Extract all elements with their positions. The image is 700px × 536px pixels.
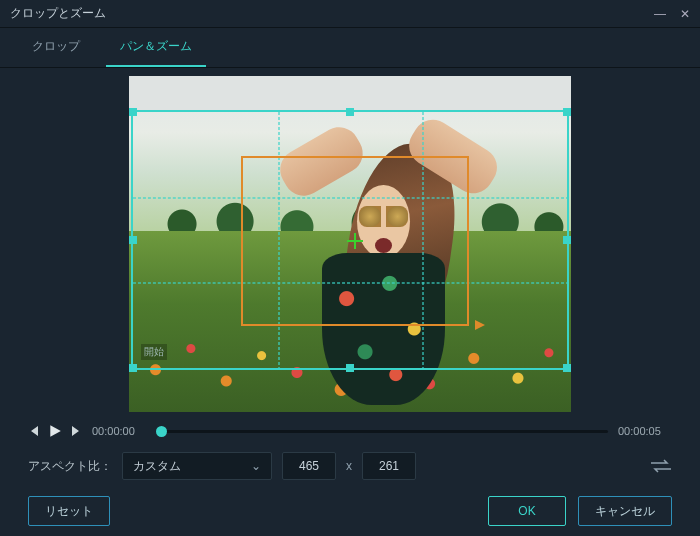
aspect-label: アスペクト比： [28,458,112,475]
preview-canvas[interactable]: 開始 [129,76,571,412]
ok-button[interactable]: OK [488,496,566,526]
time-duration: 00:00:05 [618,425,672,437]
close-button[interactable]: ✕ [680,7,690,21]
chevron-down-icon: ⌄ [251,459,261,473]
swap-start-end-button[interactable] [650,459,672,473]
next-frame-button[interactable] [70,425,82,437]
center-cross-icon [347,233,363,249]
aspect-select[interactable]: カスタム ⌄ [122,452,272,480]
reset-button[interactable]: リセット [28,496,110,526]
timeline-track[interactable] [156,430,608,433]
timeline-playhead[interactable] [156,426,167,437]
width-input[interactable]: 465 [282,452,336,480]
handle-top-left[interactable] [129,108,137,116]
handle-mid-right[interactable] [563,236,571,244]
cancel-button[interactable]: キャンセル [578,496,672,526]
height-input[interactable]: 261 [362,452,416,480]
tab-crop[interactable]: クロップ [18,28,94,67]
start-badge: 開始 [141,344,167,360]
motion-arrow-icon [475,320,485,330]
play-button[interactable] [48,424,62,438]
minimize-button[interactable]: ― [654,7,666,21]
aspect-selected: カスタム [133,458,181,475]
handle-bottom-mid[interactable] [346,364,354,372]
time-current: 00:00:00 [92,425,146,437]
prev-frame-button[interactable] [28,425,40,437]
tab-pan-zoom[interactable]: パン＆ズーム [106,28,206,67]
handle-bottom-right[interactable] [563,364,571,372]
handle-top-mid[interactable] [346,108,354,116]
handle-mid-left[interactable] [129,236,137,244]
handle-top-right[interactable] [563,108,571,116]
dimension-separator: x [346,459,352,473]
handle-bottom-left[interactable] [129,364,137,372]
window-title: クロップとズーム [10,5,106,22]
end-frame-rect[interactable] [241,156,469,326]
